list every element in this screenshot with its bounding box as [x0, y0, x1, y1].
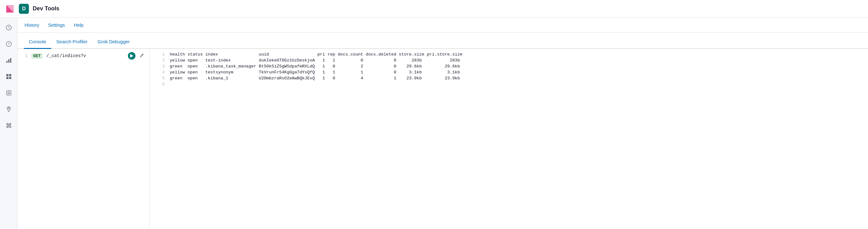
content-area: History Settings Help Console Search Pro…	[18, 17, 868, 229]
tab-search-profiler[interactable]: Search Profiler	[51, 33, 92, 49]
canvas-icon[interactable]	[4, 88, 14, 98]
svg-rect-7	[9, 74, 11, 76]
svg-rect-10	[7, 91, 11, 95]
svg-rect-5	[10, 58, 11, 63]
http-method-badge: GET	[31, 53, 42, 59]
svg-rect-3	[6, 61, 7, 63]
dashboard-icon[interactable]	[4, 72, 14, 82]
output-line-number: 4	[156, 70, 165, 75]
output-line-2: 2 yellow open test-index dukIekeGTDGz1Uz…	[150, 58, 868, 63]
svg-rect-8	[6, 77, 8, 79]
output-text: green open .kibana_task_manager Bt50kSiZ…	[170, 64, 460, 69]
nav-bar: History Settings Help	[18, 17, 868, 33]
recently-viewed-icon[interactable]	[4, 23, 14, 33]
svg-rect-6	[6, 74, 8, 76]
output-line-6: 6	[150, 81, 868, 87]
run-button[interactable]	[128, 52, 135, 60]
output-line-number: 5	[156, 76, 165, 81]
svg-point-16	[10, 126, 11, 128]
svg-point-13	[7, 123, 8, 124]
svg-marker-2	[8, 42, 9, 44]
output-text: yellow open test-index dukIekeGTDGz1UzDe…	[170, 58, 460, 63]
app-title: Dev Tools	[33, 5, 59, 12]
tab-console[interactable]: Console	[24, 33, 51, 49]
tab-grok-debugger[interactable]: Grok Debugger	[92, 33, 135, 49]
output-panel: 1 health status index uuid pri rep docs.…	[150, 49, 868, 229]
ml-icon[interactable]	[4, 120, 14, 130]
compass-icon[interactable]	[4, 39, 14, 49]
editor-panel: 1 GET /_cat/indices?v	[18, 49, 150, 229]
output-line-1: 1 health status index uuid pri rep docs.…	[150, 51, 868, 58]
sidebar	[0, 17, 18, 229]
svg-rect-4	[8, 59, 9, 63]
top-bar: D Dev Tools	[0, 0, 868, 17]
kibana-logo-icon	[5, 4, 15, 14]
editor-actions	[128, 52, 146, 60]
editor-line-1: 1 GET /_cat/indices?v	[18, 49, 149, 63]
output-line-number: 1	[156, 52, 165, 57]
visualize-icon[interactable]	[4, 55, 14, 65]
svg-point-14	[10, 123, 11, 124]
output-line-5: 5 green open .kibana_1 U2OmbzraRsO2eAwBQ…	[150, 75, 868, 81]
output-text: health status index uuid pri rep docs.co…	[170, 52, 463, 57]
output-text: green open .kibana_1 U2OmbzraRsO2eAwBQkJ…	[170, 76, 460, 81]
wrench-button[interactable]	[138, 52, 146, 60]
output-line-3: 3 green open .kibana_task_manager Bt50kS…	[150, 63, 868, 69]
output-line-number: 6	[156, 82, 165, 86]
tabs-bar: Console Search Profiler Grok Debugger	[18, 33, 868, 49]
maps-icon[interactable]	[4, 104, 14, 114]
output-line-number: 3	[156, 64, 165, 69]
output-text: yellow open testsynonym TkVrunFrS4KgGgaT…	[170, 70, 460, 75]
svg-point-12	[8, 108, 9, 109]
svg-rect-9	[9, 77, 11, 79]
endpoint-text[interactable]: /_cat/indices?v	[46, 53, 86, 59]
svg-point-15	[7, 126, 8, 128]
nav-settings[interactable]: Settings	[48, 17, 66, 33]
editor-output-area: 1 GET /_cat/indices?v	[18, 49, 868, 229]
svg-point-11	[8, 92, 10, 94]
nav-history[interactable]: History	[24, 17, 40, 33]
editor-line-number: 1	[21, 53, 28, 59]
nav-help[interactable]: Help	[73, 17, 84, 33]
output-line-4: 4 yellow open testsynonym TkVrunFrS4KgGg…	[150, 69, 868, 75]
app-avatar: D	[19, 4, 29, 14]
output-line-number: 2	[156, 58, 165, 63]
svg-marker-24	[130, 54, 133, 58]
